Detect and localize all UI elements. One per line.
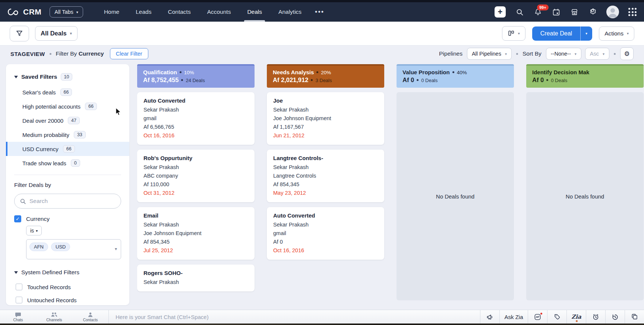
saved-filter-item[interactable]: Deal over 2000047 [6, 113, 129, 128]
collapse-triangle-icon [14, 76, 18, 78]
nav-item-leads[interactable]: Leads [127, 2, 160, 22]
currency-chip[interactable]: AFN [29, 243, 48, 251]
user-avatar[interactable] [606, 6, 619, 18]
notification-badge: 99+ [537, 4, 549, 10]
smart-chat-input[interactable]: Here is your Smart Chat (Ctrl+Space) [109, 310, 480, 324]
nav-item-analytics[interactable]: Analytics [270, 2, 310, 22]
deal-card[interactable]: Rogers SOHO-Sekar Prakash [137, 265, 255, 291]
create-deal-button[interactable]: Create Deal [532, 26, 580, 41]
insights-button[interactable] [528, 310, 547, 324]
saved-filter-item[interactable]: Medium probability33 [6, 128, 129, 142]
currency-chip[interactable]: USD [51, 243, 70, 251]
sort-field-selector[interactable]: --None-- ▾ [546, 48, 581, 60]
nav-item-contacts[interactable]: Contacts [160, 2, 199, 22]
checkbox-checked-icon[interactable]: ✓ [14, 215, 21, 222]
module-view-selector[interactable]: All Deals ▾ [35, 26, 78, 41]
column-amount: Af 8,752,455 [143, 76, 179, 84]
pipelines-label: Pipelines [439, 50, 463, 57]
settings-gear-icon[interactable] [588, 7, 597, 16]
nav-more-button[interactable]: ••• [310, 8, 329, 16]
deal-amount: Af 1,167,567 [273, 123, 378, 131]
dot-separator [180, 71, 181, 73]
currency-filter-row[interactable]: ✓ Currency [14, 215, 121, 222]
deal-company: ABC company [143, 172, 248, 180]
system-defined-filters-title: System Defined Filters [21, 269, 79, 276]
no-deals-text: No Deals found [566, 193, 604, 200]
saved-filter-count: 66 [85, 103, 97, 110]
calendar-icon[interactable] [552, 7, 561, 16]
stage-view-label: STAGEVIEW [10, 51, 45, 57]
sort-direction-selector[interactable]: Asc ▾ [585, 48, 609, 60]
create-deal-dropdown[interactable]: ▾ [580, 26, 592, 41]
deal-owner: Sekar Prakash [273, 106, 378, 114]
history-icon [612, 313, 619, 321]
ask-zia-button[interactable]: Ask Zia [499, 310, 528, 324]
reminders-button[interactable] [586, 310, 605, 324]
chevron-down-icon: ▾ [575, 52, 577, 56]
pipelines-selector[interactable]: All Pipelines ▾ [467, 48, 512, 60]
apps-grid-icon[interactable] [628, 8, 637, 16]
filter-search-input[interactable] [29, 198, 104, 204]
deal-card[interactable]: Rob's OppurtunitySekar PrakashABC compan… [137, 150, 255, 202]
all-tabs-selector[interactable]: All Tabs ▾ [50, 6, 83, 18]
deal-card[interactable]: Langtree Controls-Sekar PrakashLangtree … [267, 150, 384, 202]
people-group-icon [51, 312, 58, 318]
deal-card[interactable]: Auto ConvertedSekar PrakashgmailAf 0Oct … [267, 207, 384, 260]
column-body: Auto ConvertedSekar PrakashgmailAf 6,566… [137, 92, 255, 291]
column-header[interactable]: Qualification10%Af 8,752,45524 Deals [137, 64, 255, 88]
deal-amount: Af 110,000 [143, 180, 248, 189]
smart-chat-bar: Chats Channels Contacts Here is your Sma… [0, 310, 644, 324]
tags-button[interactable] [547, 310, 566, 324]
saved-filter-item[interactable]: High potential accounts66 [6, 99, 129, 113]
untouched-records-row[interactable]: Untouched Records [16, 297, 121, 303]
search-icon[interactable] [515, 7, 524, 16]
kanban-board: Qualification10%Af 8,752,45524 DealsAuto… [137, 64, 644, 305]
currency-multiselect[interactable]: AFN USD ▾ [26, 239, 121, 259]
copy-stack-button[interactable] [625, 310, 644, 324]
saved-filters-header[interactable]: Saved Filters 10 [6, 70, 129, 85]
nav-item-home[interactable]: Home [96, 2, 127, 22]
filter-by-prefix: Filter By [56, 50, 77, 57]
checkbox-unchecked-icon[interactable] [16, 284, 22, 290]
deal-amount: Af 0 [273, 238, 378, 246]
stage-settings-button[interactable]: ⚙ [620, 47, 634, 60]
marketplace-store-icon[interactable] [570, 7, 579, 16]
touched-records-row[interactable]: Touched Records [16, 284, 121, 290]
clear-filter-button[interactable]: Clear Filter [110, 48, 148, 59]
quick-add-button[interactable]: + [495, 6, 506, 18]
deal-owner: Sekar Prakash [143, 163, 248, 172]
contacts-tab[interactable]: Contacts [72, 310, 108, 324]
board-view-toggle[interactable]: ▾ [502, 26, 525, 41]
filter-search-box[interactable] [14, 194, 121, 209]
kanban-column: Identify Decision MakAf 00 DealsNo Deals… [526, 64, 644, 305]
chats-tab[interactable]: Chats [0, 310, 36, 324]
actions-button[interactable]: Actions ▾ [599, 26, 634, 41]
deal-amount: Af 6,566,765 [143, 123, 248, 131]
deal-card[interactable]: Auto ConvertedSekar PrakashgmailAf 6,566… [137, 92, 255, 145]
nav-item-deals[interactable]: Deals [239, 2, 270, 22]
deal-card[interactable]: JoeSekar PrakashJoe Johnson EquipmentAf … [267, 92, 384, 145]
no-deals-text: No Deals found [436, 193, 474, 200]
trend-pulse-icon [534, 313, 541, 321]
filter-funnel-button[interactable] [10, 26, 29, 41]
saved-filter-item[interactable]: Sekar's deals66 [6, 85, 129, 99]
notifications-bell-icon[interactable]: 99+ [533, 7, 542, 16]
announcements-button[interactable] [480, 310, 499, 324]
checkbox-unchecked-icon[interactable] [16, 297, 22, 303]
deal-card[interactable]: EmailSekar PrakashJoe Johnson EquipmentA… [137, 207, 255, 260]
nav-item-accounts[interactable]: Accounts [199, 2, 239, 22]
saved-filter-item[interactable]: USD Currency66 [6, 142, 129, 156]
system-defined-filters-header[interactable]: System Defined Filters [6, 259, 129, 277]
deal-company: Joe Johnson Equipment [143, 229, 248, 238]
recent-history-button[interactable] [605, 310, 625, 324]
column-header[interactable]: Needs Analysis20%Af 2,021,9123 Deals [267, 64, 384, 88]
deal-name: Email [143, 212, 248, 219]
channels-tab[interactable]: Channels [36, 310, 72, 324]
column-header[interactable]: Value Proposition40%Af 00 Deals [397, 64, 514, 88]
zia-button[interactable]: Zia [566, 310, 586, 324]
column-header[interactable]: Identify Decision MakAf 00 Deals [526, 64, 644, 88]
chevron-down-icon: ▾ [518, 31, 520, 35]
saved-filter-item[interactable]: Trade show leads0 [6, 156, 129, 170]
empty-column-panel: No Deals found [526, 92, 644, 300]
operator-selector[interactable]: is ▾ [26, 226, 42, 235]
